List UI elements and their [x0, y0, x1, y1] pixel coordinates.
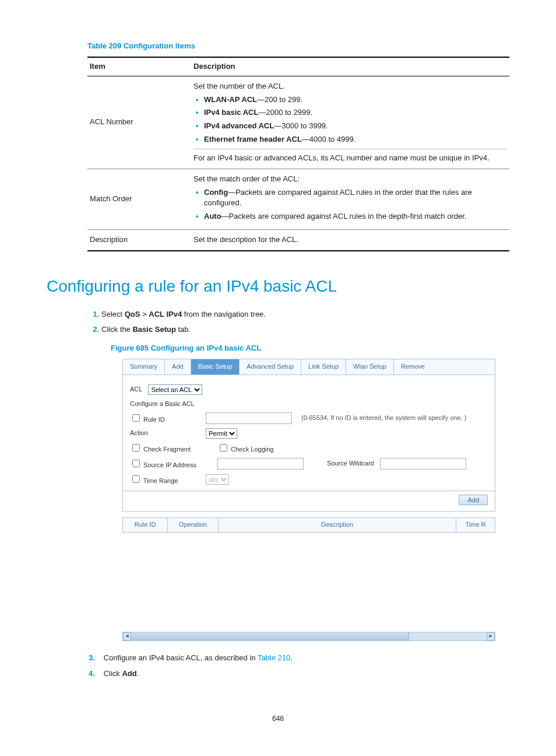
text: —3000 to 3999.: [274, 121, 328, 130]
tab-link-setup[interactable]: Link Setup: [301, 359, 346, 374]
text: Click: [104, 669, 122, 678]
text: Source IP Address: [143, 461, 196, 468]
cell-desc: Set the number of the ACL. WLAN-AP ACL—2…: [191, 76, 509, 169]
rule-id-checkbox[interactable]: [132, 414, 140, 422]
figure-caption: Figure 685 Configuring an IPv4 basic ACL: [111, 343, 509, 354]
list-item: Config—Packets are compared against ACL …: [204, 187, 507, 209]
cell-item: ACL Number: [87, 76, 191, 169]
tab-wlan-setup[interactable]: Wlan Setup: [346, 359, 394, 374]
col-description: Description: [219, 518, 456, 532]
col-rule-id: Rule ID: [123, 518, 168, 532]
scroll-left-icon[interactable]: ◄: [123, 632, 131, 640]
table-row: Match Order Set the match order of the A…: [87, 169, 509, 229]
list-item: Auto—Packets are compared against ACL ru…: [204, 211, 507, 222]
bold: IPv4 advanced ACL: [204, 121, 274, 130]
step-2: Click the Basic Setup tab.: [101, 324, 509, 335]
check-logging-label[interactable]: Check Logging: [217, 442, 273, 454]
list-item: WLAN-AP ACL—200 to 299.: [204, 94, 507, 106]
tab-remove[interactable]: Remove: [394, 359, 495, 374]
text: Configure an IPv4 basic ACL, as describe…: [104, 653, 258, 662]
scroll-track[interactable]: [131, 632, 487, 640]
bold: Add: [122, 669, 136, 678]
list-item: IPv4 basic ACL—2000 to 2999.: [204, 107, 507, 118]
bold: Ethernet frame header ACL: [204, 135, 302, 144]
scroll-right-icon[interactable]: ►: [487, 632, 495, 640]
bold: Auto: [204, 212, 221, 220]
th-item: Item: [87, 57, 191, 76]
text: >: [140, 310, 149, 318]
bold: ACL IPv4: [149, 310, 182, 318]
text: —4000 to 4999.: [302, 135, 356, 144]
tab-advanced-setup[interactable]: Advanced Setup: [240, 359, 301, 374]
action-select[interactable]: Permit: [206, 428, 237, 439]
check-fragment-label[interactable]: Check Fragment: [130, 442, 212, 454]
list-item: Ethernet frame header ACL—4000 to 4999.: [204, 134, 507, 145]
source-wildcard-input[interactable]: [380, 458, 466, 470]
cell-text: For an IPv4 basic or advanced ACLs, its …: [193, 153, 507, 164]
cell-desc: Set the description for the ACL.: [191, 230, 509, 251]
time-range-select[interactable]: abc: [206, 474, 229, 485]
bold: IPv4 basic ACL: [204, 108, 258, 117]
text: Time Range: [143, 477, 178, 484]
tab-summary[interactable]: Summary: [123, 359, 165, 374]
step-1: Select QoS > ACL IPv4 from the navigatio…: [101, 309, 509, 320]
bold: Basic Setup: [132, 325, 175, 334]
acl-label: ACL: [130, 385, 142, 394]
list-item: IPv4 advanced ACL—3000 to 3999.: [204, 121, 507, 132]
check-logging-checkbox[interactable]: [220, 444, 227, 452]
tab-add[interactable]: Add: [165, 359, 191, 374]
bold: WLAN-AP ACL: [204, 95, 257, 104]
scroll-thumb[interactable]: [131, 632, 409, 640]
step-3: Configure an IPv4 basic ACL, as describe…: [101, 653, 509, 664]
tab-basic-setup[interactable]: Basic Setup: [191, 359, 240, 374]
rule-id-input[interactable]: [206, 412, 292, 424]
text: —Packets are compared against ACL rules …: [221, 212, 467, 220]
table-caption: Table 209 Configuration items: [87, 41, 509, 52]
time-range-checkbox[interactable]: [132, 475, 140, 483]
check-fragment-checkbox[interactable]: [132, 444, 140, 452]
figure-screenshot: Summary Add Basic Setup Advanced Setup L…: [122, 359, 495, 641]
config-items-table: Item Description ACL Number Set the numb…: [87, 57, 509, 251]
section-title: Configuring a rule for an IPv4 basic ACL: [47, 275, 509, 299]
cell-text: Set the match order of the ACL:: [193, 174, 507, 185]
text: Select: [101, 310, 125, 318]
th-desc: Description: [191, 57, 509, 76]
action-label: Action: [130, 429, 200, 438]
text: from the navigation tree.: [182, 310, 266, 318]
text: Check Fragment: [143, 446, 191, 453]
acl-select[interactable]: Select an ACL: [148, 384, 202, 395]
col-operation: Operation: [168, 518, 219, 532]
add-button[interactable]: Add: [459, 495, 488, 505]
cell-item: Description: [87, 230, 191, 251]
config-basic-acl-label: Configure a Basic ACL: [130, 400, 488, 409]
text: —200 to 299.: [257, 95, 302, 104]
text: —Packets are compared against ACL rules …: [204, 188, 472, 208]
table-row: Description Set the description for the …: [87, 230, 509, 251]
source-ip-label[interactable]: Source IP Address: [130, 458, 212, 470]
text: tab.: [176, 325, 191, 334]
rule-id-label: Rule ID: [143, 416, 165, 423]
step-4: Click Add.: [101, 668, 509, 680]
rule-id-hint: (0-65534, If no ID is entered, the syste…: [301, 414, 466, 423]
page-number: 648: [47, 714, 509, 724]
source-ip-input[interactable]: [217, 458, 304, 470]
cell-text: Set the number of the ACL.: [193, 81, 507, 92]
rule-id-checkbox-label[interactable]: Rule ID: [130, 412, 200, 425]
bold: Config: [204, 188, 228, 197]
cell-item: Match Order: [87, 169, 191, 229]
source-ip-checkbox[interactable]: [132, 460, 140, 467]
cell-desc: Set the match order of the ACL: Config—P…: [191, 169, 509, 229]
text: Check Logging: [231, 446, 273, 453]
table-link[interactable]: Table 210: [258, 653, 290, 662]
text: .: [290, 653, 293, 662]
text: Click the: [101, 325, 132, 334]
steps-list-2: Configure an IPv4 basic ACL, as describe…: [87, 653, 509, 680]
bold: QoS: [125, 310, 140, 318]
time-range-label[interactable]: Time Range: [130, 474, 200, 486]
col-time-range: Time R: [456, 518, 495, 532]
rules-table-header: Rule ID Operation Description Time R: [122, 517, 495, 533]
tab-row: Summary Add Basic Setup Advanced Setup L…: [122, 359, 495, 375]
horizontal-scrollbar[interactable]: ◄ ►: [122, 632, 495, 641]
text: .: [137, 669, 139, 678]
source-wildcard-label: Source Wildcard: [327, 459, 374, 468]
